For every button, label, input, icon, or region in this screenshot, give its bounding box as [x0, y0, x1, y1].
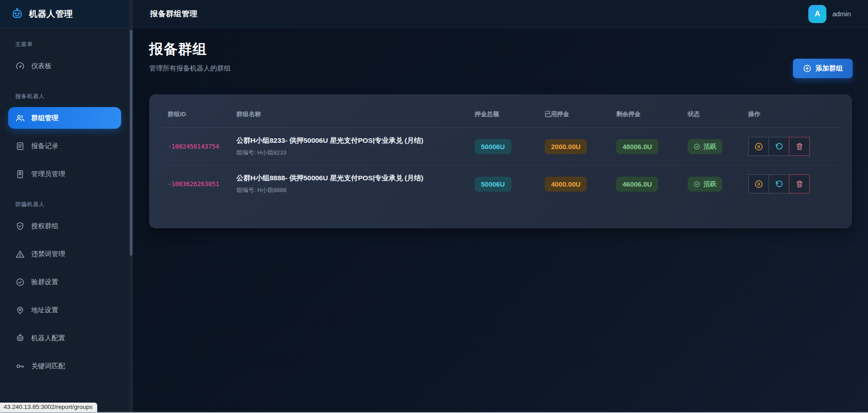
check-circle-icon: [693, 143, 700, 150]
sidebar-item-robot-config[interactable]: 机器人配置: [8, 327, 121, 349]
sidebar-item-group-verify[interactable]: 验群设置: [8, 271, 121, 293]
warning-icon: [15, 249, 25, 259]
main-area: 报备群组管理 A admin 报备群组 管理所有报备机器人的群组 添加群组: [133, 0, 868, 413]
scrollbar-thumb[interactable]: [130, 30, 132, 256]
page-content: 报备群组 管理所有报备机器人的群组 添加群组 群组ID 群组名称: [133, 28, 868, 413]
sidebar-item-label: 地址设置: [31, 306, 58, 314]
check-circle-icon: [693, 181, 700, 188]
col-remaining-deposit: 剩余押金: [611, 100, 682, 128]
id-badge-icon: [15, 169, 25, 179]
sidebar-item-label: 仪表板: [31, 62, 52, 70]
key-icon: [15, 361, 25, 371]
group-name: 公群H小组8233- 供押50006U 星光支付POS|专业承兑 (月结): [236, 136, 464, 145]
remaining-deposit-badge: 46006.0U: [616, 177, 658, 192]
top-header: 报备群组管理 A admin: [133, 0, 868, 28]
sidebar-item-label: 关键词匹配: [31, 362, 65, 371]
group-code: 组编号: H小组8888: [236, 186, 464, 194]
sidebar-item-label: 机器人配置: [31, 334, 65, 343]
total-deposit-badge: 50006U: [475, 177, 511, 192]
robot-logo-icon: [11, 8, 24, 20]
map-pin-icon: [15, 305, 25, 315]
link-preview-tooltip: 43.240.13.85:3002/report/groups: [0, 403, 97, 412]
user-menu[interactable]: A admin: [808, 5, 851, 23]
groups-table-card: 群组ID 群组名称 押金总额 已用押金 剩余押金 状态 操作 -10024561…: [149, 94, 852, 228]
status-label: 活跃: [703, 142, 717, 151]
sidebar-section-main: 主菜单: [15, 41, 129, 48]
group-name: 公群H小组8888- 供押50006U 星光支付POS|专业承兑 (月结): [236, 174, 464, 183]
page-subtitle: 管理所有报备机器人的群组: [149, 64, 852, 73]
trash-icon: [795, 180, 804, 188]
sidebar-item-label: 验群设置: [31, 278, 58, 286]
sidebar-section-antifraud: 防骗机器人: [15, 201, 129, 208]
sidebar: 机器人管理 主菜单 仪表板 报备机器人 群组管理 报备记录: [0, 0, 129, 413]
group-code: 组编号: H小组8233: [236, 149, 464, 157]
sidebar-item-report-records[interactable]: 报备记录: [8, 135, 121, 157]
pause-button[interactable]: [748, 174, 769, 193]
pause-circle-icon: [754, 179, 764, 189]
pause-button[interactable]: [748, 137, 769, 156]
col-group-id: 群组ID: [162, 100, 231, 128]
row-actions: [748, 137, 833, 156]
shield-icon: [15, 221, 25, 231]
sidebar-item-label: 群组管理: [31, 114, 58, 122]
file-text-icon: [15, 141, 25, 151]
refresh-button[interactable]: [769, 137, 789, 156]
sidebar-item-authorized-groups[interactable]: 授权群组: [8, 215, 121, 237]
gauge-icon: [15, 61, 25, 71]
col-total-deposit: 押金总额: [469, 100, 539, 128]
table-row: -1003626263051 公群H小组8888- 供押50006U 星光支付P…: [162, 165, 839, 203]
sidebar-item-label: 管理员管理: [31, 170, 65, 178]
sidebar-item-label: 报备记录: [31, 142, 58, 150]
col-group-name: 群组名称: [231, 100, 469, 128]
check-circle-icon: [15, 277, 25, 287]
table-header-row: 群组ID 群组名称 押金总额 已用押金 剩余押金 状态 操作: [162, 100, 839, 128]
rotate-ccw-icon: [775, 142, 783, 151]
sidebar-item-admin-management[interactable]: 管理员管理: [8, 163, 121, 185]
sidebar-item-address-settings[interactable]: 地址设置: [8, 299, 121, 321]
group-id: -1003626263051: [168, 180, 219, 188]
app-logo: 机器人管理: [0, 0, 129, 28]
sidebar-item-forbidden-words[interactable]: 违禁词管理: [8, 243, 121, 265]
header-title: 报备群组管理: [150, 9, 198, 19]
groups-table: 群组ID 群组名称 押金总额 已用押金 剩余押金 状态 操作 -10024561…: [162, 100, 839, 202]
sidebar-item-dashboard[interactable]: 仪表板: [8, 55, 121, 77]
row-actions: [748, 174, 833, 193]
add-group-button[interactable]: 添加群组: [793, 59, 853, 78]
user-name: admin: [832, 10, 851, 18]
status-badge: 活跃: [688, 177, 722, 192]
col-actions: 操作: [743, 100, 839, 128]
page-title: 报备群组: [149, 40, 852, 59]
group-id: -1002456143754: [168, 143, 219, 150]
pause-circle-icon: [754, 142, 764, 151]
delete-button[interactable]: [789, 137, 810, 156]
used-deposit-badge: 2000.00U: [545, 139, 587, 154]
trash-icon: [795, 142, 804, 151]
sidebar-scrollbar[interactable]: [129, 0, 133, 413]
sidebar-section-report: 报备机器人: [15, 93, 129, 100]
remaining-deposit-badge: 48006.0U: [616, 139, 658, 154]
col-used-deposit: 已用押金: [539, 100, 611, 128]
plus-circle-icon: [803, 64, 811, 73]
sidebar-item-keyword-match[interactable]: 关键词匹配: [8, 355, 121, 377]
col-status: 状态: [682, 100, 743, 128]
sidebar-item-label: 违禁词管理: [31, 250, 65, 258]
sidebar-item-label: 授权群组: [31, 222, 58, 230]
robot-icon: [15, 333, 25, 343]
add-group-button-label: 添加群组: [816, 64, 843, 73]
total-deposit-badge: 50006U: [475, 139, 511, 154]
app-title: 机器人管理: [29, 8, 73, 20]
avatar[interactable]: A: [808, 5, 826, 23]
used-deposit-badge: 4000.00U: [545, 177, 587, 192]
status-badge: 活跃: [688, 139, 722, 154]
users-icon: [15, 113, 25, 123]
status-label: 活跃: [703, 180, 717, 188]
refresh-button[interactable]: [769, 174, 789, 193]
rotate-ccw-icon: [775, 180, 783, 188]
table-row: -1002456143754 公群H小组8233- 供押50006U 星光支付P…: [162, 128, 839, 165]
delete-button[interactable]: [789, 174, 810, 193]
sidebar-item-group-management[interactable]: 群组管理: [8, 107, 121, 129]
